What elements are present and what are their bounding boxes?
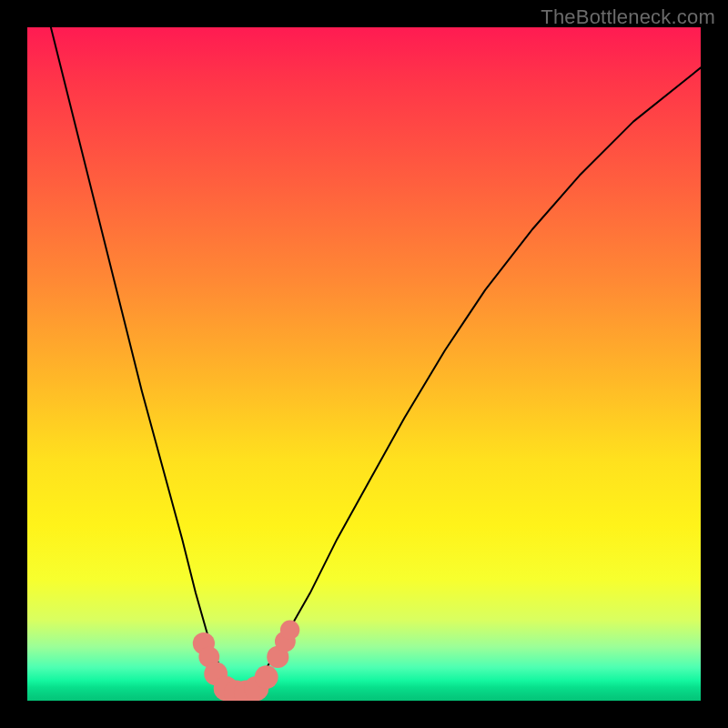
curve-marker (255, 665, 278, 689)
curve-markers (193, 621, 300, 701)
watermark-text: TheBottleneck.com (541, 5, 715, 29)
plot-area (27, 27, 701, 701)
chart-svg (27, 27, 701, 701)
curve-marker (280, 621, 299, 640)
chart-frame: TheBottleneck.com (0, 0, 728, 728)
bottleneck-curve (41, 27, 701, 693)
